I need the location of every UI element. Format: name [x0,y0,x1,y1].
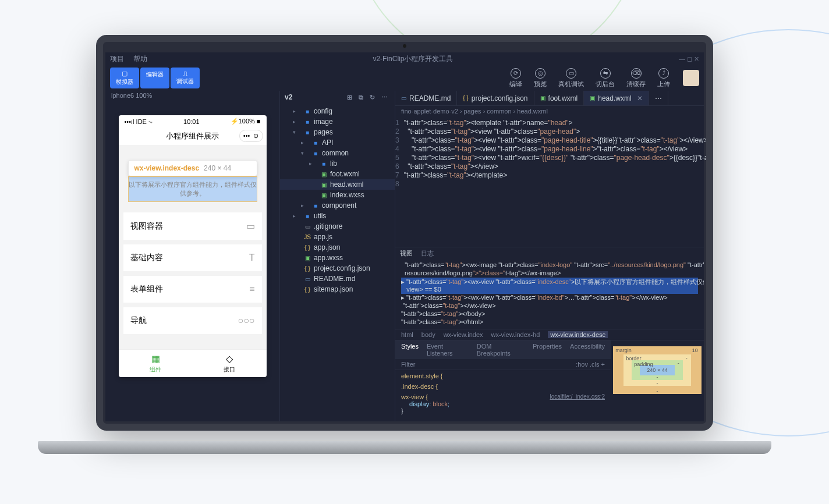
menubar: 项目 帮助 v2-FinClip小程序开发工具 — ◻ ✕ [105,52,704,65]
styles-tab[interactable]: Event Listeners [427,343,469,357]
folder-component[interactable]: ▸■component [280,200,395,211]
devtools: 视图日志 "t-attr">class="t-tag"><wx-image "t… [395,247,704,421]
phone-status-bar: •••ıl IDE ⏦ 10:01 ⚡100% ■ [119,115,267,127]
camera-dot [403,44,406,48]
folder-lib[interactable]: ▸■lib [280,158,395,169]
element-breadcrumb[interactable]: htmlbodywx-view.indexwx-view.index-hdwx-… [395,329,704,340]
file-sitemap.json[interactable]: { }sitemap.json [280,284,395,294]
project-root[interactable]: v2 [285,93,292,101]
styles-filter-extra[interactable]: :hov .cls + [576,361,605,368]
list-item[interactable]: 基础内容T [123,244,262,271]
menu-help[interactable]: 帮助 [133,54,147,64]
tab-head.wxml[interactable]: ▣head.wxml✕ [584,91,649,105]
action-清缓存[interactable]: ⌫清缓存 [621,68,651,88]
tabs-overflow[interactable]: ⋯ [649,91,668,105]
code-editor[interactable]: 12345678 "t-attr">class="t-tag"><templat… [395,116,704,247]
crumb-item[interactable]: html [401,331,413,338]
laptop-frame: 项目 帮助 v2-FinClip小程序开发工具 — ◻ ✕ ▢模拟器编辑器⎍调试… [96,35,713,454]
file-index.wxss[interactable]: ▣index.wxss [280,190,395,200]
file-foot.wxml[interactable]: ▣foot.wxml [280,169,395,179]
ide-window: 项目 帮助 v2-FinClip小程序开发工具 — ◻ ✕ ▢模拟器编辑器⎍调试… [105,52,704,421]
folder-config[interactable]: ▸■config [280,106,395,116]
phone-tab-接口[interactable]: ◇接口 [193,350,267,377]
file-project.config.json[interactable]: { }project.config.json [280,263,395,274]
mode-调试器[interactable]: ⎍调试器 [171,68,200,88]
folder-common[interactable]: ▾■common [280,148,395,158]
action-上传[interactable]: ⤴上传 [651,68,676,88]
editor-area: ▭README.md{ }project.config.json▣foot.wx… [395,91,704,421]
tab-README.md[interactable]: ▭README.md [395,91,457,105]
explorer-actions[interactable]: ⊞ ⧉ ↻ ⋯ [347,94,390,101]
devtools-tab[interactable]: 视图 [400,249,413,258]
styles-tab[interactable]: Properties [533,343,562,357]
crumb-item[interactable]: body [421,331,435,338]
window-title: v2-FinClip小程序开发工具 [157,54,669,64]
window-controls[interactable]: — ◻ ✕ [679,55,699,63]
file-app.json[interactable]: { }app.json [280,242,395,253]
folder-image[interactable]: ▸■image [280,116,395,127]
avatar[interactable] [683,70,699,86]
crumb-item[interactable]: wx-view.index [444,331,483,338]
styles-tab[interactable]: Styles [401,343,419,357]
toolbar: ▢模拟器编辑器⎍调试器 ⟳编译◎预览▭真机调试⇆切后台⌫清缓存⤴上传 [105,65,704,91]
highlighted-element[interactable]: 以下将展示小程序官方组件能力，组件样式仅供参考。 [128,176,257,202]
styles-tab[interactable]: Accessibility [570,343,605,357]
simulator-panel: iphone6 100% •••ıl IDE ⏦ 10:01 ⚡100% ■ 小… [105,91,280,421]
laptop-base [38,441,771,454]
styles-rules[interactable]: element.style {.index-desc {</span></div… [395,370,611,420]
crumb-item[interactable]: wx-view.index-hd [491,331,540,338]
list-item[interactable]: 导航○○○ [123,307,262,334]
action-编译[interactable]: ⟳编译 [504,68,528,88]
folder-pages[interactable]: ▾■pages [280,127,395,137]
capsule-button[interactable]: ••• ⊙ [239,130,263,142]
breadcrumb[interactable]: fino-applet-demo-v2 › pages › common › h… [395,106,704,116]
file-README.md[interactable]: ▭README.md [280,274,395,284]
folder-utils[interactable]: ▸■utils [280,211,395,221]
styles-tab[interactable]: DOM Breakpoints [477,343,525,357]
inspect-tooltip: wx-view.index-desc240 × 44 [128,160,257,176]
tab-project.config.json[interactable]: { }project.config.json [457,91,534,105]
box-model: margin10 border- padding- 240 × 44 - - - [611,340,704,421]
mode-模拟器[interactable]: ▢模拟器 [110,68,139,88]
device-label: iphone6 100% [105,91,279,102]
menu-project[interactable]: 项目 [110,54,124,64]
phone-tab-组件[interactable]: ▦组件 [119,350,193,377]
file-explorer: v2 ⊞ ⧉ ↻ ⋯ ▸■config▸■image▾■pages▸■API▾■… [280,91,395,421]
file-app.wxss[interactable]: ▣app.wxss [280,253,395,263]
file-app.js[interactable]: JSapp.js [280,232,395,242]
list-item[interactable]: 视图容器▭ [123,212,262,240]
file-head.wxml[interactable]: ▣head.wxml [280,179,395,190]
editor-tabs: ▭README.md{ }project.config.json▣foot.wx… [395,91,704,106]
styles-filter[interactable]: Filter [401,361,415,368]
list-item[interactable]: 表单组件≡ [123,276,262,303]
crumb-item[interactable]: wx-view.index-desc [548,331,608,338]
file-.gitignore[interactable]: ▭.gitignore [280,221,395,232]
elements-panel[interactable]: "t-attr">class="t-tag"><wx-image "t-attr… [395,259,704,329]
phone-frame: •••ıl IDE ⏦ 10:01 ⚡100% ■ 小程序组件展示 ••• ⊙ … [119,115,267,377]
tab-foot.wxml[interactable]: ▣foot.wxml [534,91,584,105]
phone-nav: 小程序组件展示 ••• ⊙ [119,127,267,145]
action-预览[interactable]: ◎预览 [528,68,552,88]
devtools-tab[interactable]: 日志 [421,249,434,258]
phone-tabbar: ▦组件◇接口 [119,349,267,377]
folder-API[interactable]: ▸■API [280,137,395,148]
action-切后台[interactable]: ⇆切后台 [590,68,621,88]
action-真机调试[interactable]: ▭真机调试 [552,68,590,88]
mode-编辑器[interactable]: 编辑器 [140,68,169,88]
